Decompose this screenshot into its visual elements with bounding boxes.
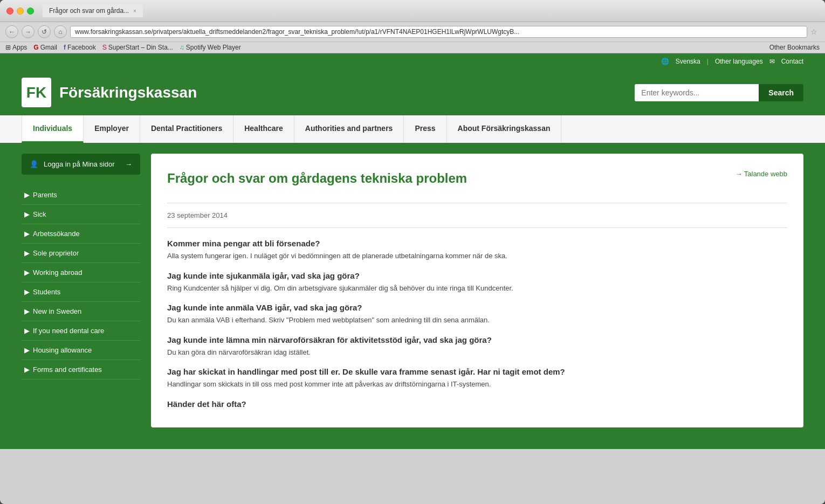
sidebar-item-forms[interactable]: ▶ Forms and certificates bbox=[22, 360, 140, 379]
login-label: Logga in på Mina sidor bbox=[44, 160, 115, 168]
sidebar-item-students[interactable]: ▶ Students bbox=[22, 282, 140, 302]
sidebar-item-new-in-sweden-label: New in Sweden bbox=[33, 307, 81, 315]
other-bookmarks[interactable]: Other Bookmarks bbox=[769, 44, 820, 51]
sidebar-item-sole-proprietor-label: Sole proprietor bbox=[33, 249, 79, 257]
nav-item-dental[interactable]: Dental Practitioners bbox=[140, 115, 233, 143]
sidebar-item-sole-proprietor[interactable]: ▶ Sole proprietor bbox=[22, 244, 140, 263]
faq-item-4: Jag kunde inte lämna min närvaroförsäkra… bbox=[167, 335, 787, 358]
nav-item-about[interactable]: About Försäkringskassan bbox=[447, 115, 562, 143]
faq-answer-4: Du kan göra din närvaroförsäkran idag is… bbox=[167, 347, 787, 358]
browser-window: Frågor och svar om gårda... × ← → ↺ ⌂ ww… bbox=[0, 0, 825, 504]
search-input[interactable] bbox=[635, 84, 759, 101]
faq-answer-3: Du kan anmäla VAB i efterhand. Skriv "Pr… bbox=[167, 315, 787, 326]
chevron-right-icon: ▶ bbox=[24, 346, 30, 354]
chevron-right-icon: ▶ bbox=[24, 268, 30, 277]
page-title: Frågor och svar om gårdagens tekniska pr… bbox=[167, 170, 467, 187]
sidebar-item-sick[interactable]: ▶ Sick bbox=[22, 205, 140, 224]
bookmark-spotify[interactable]: ♫ Spotify Web Player bbox=[180, 44, 241, 51]
chevron-right-icon: ▶ bbox=[24, 210, 30, 218]
chevron-right-icon: ▶ bbox=[24, 365, 30, 374]
sidebar-item-arbetssokande[interactable]: ▶ Arbetssökande bbox=[22, 224, 140, 244]
tab-close-button[interactable]: × bbox=[133, 8, 136, 14]
spotify-icon: ♫ bbox=[180, 44, 184, 51]
sidebar-item-students-label: Students bbox=[33, 288, 60, 296]
faq-item-1: Kommer mina pengar att bli försenade? Al… bbox=[167, 239, 787, 261]
site-title[interactable]: Försäkringskassan bbox=[59, 84, 197, 101]
minimize-window-button[interactable] bbox=[17, 8, 24, 15]
faq-answer-1: Alla system fungerar igen. I nuläget gör… bbox=[167, 251, 787, 261]
tab-bar: Frågor och svar om gårda... × bbox=[43, 4, 819, 17]
chevron-right-icon: ▶ bbox=[24, 249, 30, 257]
bookmark-spotify-label: Spotify Web Player bbox=[186, 44, 241, 51]
logo-box: FK bbox=[22, 78, 51, 107]
faq-question-4: Jag kunde inte lämna min närvaroförsäkra… bbox=[167, 335, 787, 344]
talande-webb-link[interactable]: → Talande webb bbox=[735, 170, 787, 178]
main-nav: Individuals Employer Dental Practitioner… bbox=[0, 115, 825, 143]
nav-item-press[interactable]: Press bbox=[404, 115, 446, 143]
chevron-right-icon: ▶ bbox=[24, 327, 30, 335]
other-languages-link[interactable]: Other languages bbox=[715, 58, 763, 65]
bookmark-superstart[interactable]: S SuperStart – Din Sta... bbox=[102, 44, 173, 51]
sidebar-item-forms-label: Forms and certificates bbox=[33, 365, 102, 374]
home-button[interactable]: ⌂ bbox=[54, 25, 67, 38]
gmail-icon: G bbox=[33, 44, 38, 51]
sidebar-item-parents[interactable]: ▶ Parents bbox=[22, 185, 140, 205]
browser-titlebar: Frågor och svar om gårda... × bbox=[0, 0, 825, 22]
nav-item-authorities[interactable]: Authorities and partners bbox=[294, 115, 404, 143]
nav-item-individuals[interactable]: Individuals bbox=[22, 115, 84, 143]
refresh-button[interactable]: ↺ bbox=[38, 25, 51, 38]
sidebar-item-new-in-sweden[interactable]: ▶ New in Sweden bbox=[22, 302, 140, 321]
sidebar-item-dental[interactable]: ▶ If you need dental care bbox=[22, 321, 140, 341]
content-wrapper: 👤 Logga in på Mina sidor → ▶ Parents ▶ S… bbox=[0, 143, 825, 449]
apps-icon: ⊞ bbox=[5, 44, 11, 51]
traffic-lights bbox=[6, 8, 34, 15]
address-bar[interactable]: www.forsakringskassan.se/privatpers/aktu… bbox=[70, 26, 807, 38]
nav-item-healthcare[interactable]: Healthcare bbox=[233, 115, 294, 143]
bookmark-apps[interactable]: ⊞ Apps bbox=[5, 44, 27, 51]
active-tab[interactable]: Frågor och svar om gårda... × bbox=[43, 4, 143, 17]
svenska-link[interactable]: Svenska bbox=[676, 58, 700, 65]
search-button[interactable]: Search bbox=[759, 84, 803, 101]
sidebar-item-dental-label: If you need dental care bbox=[33, 327, 104, 335]
faq-answer-5: Handlingar som skickats in till oss med … bbox=[167, 379, 787, 390]
sidebar-item-housing[interactable]: ▶ Housing allowance bbox=[22, 341, 140, 360]
faq-item-6: Händer det här ofta? bbox=[167, 399, 787, 409]
chevron-right-icon: ▶ bbox=[24, 191, 30, 199]
search-area: Search bbox=[635, 84, 803, 101]
faq-question-2: Jag kunde inte sjukanmäla igår, vad ska … bbox=[167, 271, 787, 280]
site-header: FK Försäkringskassan Search bbox=[0, 70, 825, 115]
back-button[interactable]: ← bbox=[5, 25, 18, 38]
sidebar-item-parents-label: Parents bbox=[33, 191, 57, 199]
faq-question-3: Jag kunde inte anmäla VAB igår, vad ska … bbox=[167, 303, 787, 312]
sidebar-item-working-abroad[interactable]: ▶ Working abroad bbox=[22, 263, 140, 282]
faq-question-6: Händer det här ofta? bbox=[167, 399, 787, 409]
login-button[interactable]: 👤 Logga in på Mina sidor → bbox=[22, 154, 140, 175]
maximize-window-button[interactable] bbox=[27, 8, 34, 15]
other-bookmarks-label: Other Bookmarks bbox=[769, 44, 820, 51]
website: 🌐 Svenska | Other languages ✉ Contact FK… bbox=[0, 53, 825, 449]
contact-link[interactable]: Contact bbox=[781, 58, 803, 65]
sidebar: 👤 Logga in på Mina sidor → ▶ Parents ▶ S… bbox=[22, 154, 140, 427]
faq-answer-2: Ring Kundcenter så hjälper vi dig. Om di… bbox=[167, 283, 787, 294]
login-icon: 👤 bbox=[30, 160, 38, 168]
logo-area: FK Försäkringskassan bbox=[22, 78, 197, 107]
sidebar-item-working-abroad-label: Working abroad bbox=[33, 268, 82, 277]
faq-item-2: Jag kunde inte sjukanmäla igår, vad ska … bbox=[167, 271, 787, 294]
faq-item-5: Jag har skickat in handlingar med post t… bbox=[167, 367, 787, 390]
main-content: Frågor och svar om gårdagens tekniska pr… bbox=[151, 154, 803, 427]
bookmark-apps-label: Apps bbox=[12, 44, 27, 51]
superstart-icon: S bbox=[102, 44, 107, 51]
faq-question-5: Jag har skickat in handlingar med post t… bbox=[167, 367, 787, 376]
chevron-right-icon: ▶ bbox=[24, 307, 30, 315]
faq-question-1: Kommer mina pengar att bli försenade? bbox=[167, 239, 787, 248]
tab-title: Frågor och svar om gårda... bbox=[49, 7, 129, 15]
bookmark-gmail-label: Gmail bbox=[40, 44, 57, 51]
faq-item-3: Jag kunde inte anmäla VAB igår, vad ska … bbox=[167, 303, 787, 326]
bookmark-facebook[interactable]: f Facebook bbox=[64, 44, 96, 51]
close-window-button[interactable] bbox=[6, 8, 13, 15]
forward-button[interactable]: → bbox=[22, 25, 35, 38]
bookmark-gmail[interactable]: G Gmail bbox=[33, 44, 57, 51]
nav-item-employer[interactable]: Employer bbox=[84, 115, 140, 143]
bookmark-star-icon[interactable]: ☆ bbox=[810, 27, 817, 36]
bookmark-facebook-label: Facebook bbox=[67, 44, 96, 51]
